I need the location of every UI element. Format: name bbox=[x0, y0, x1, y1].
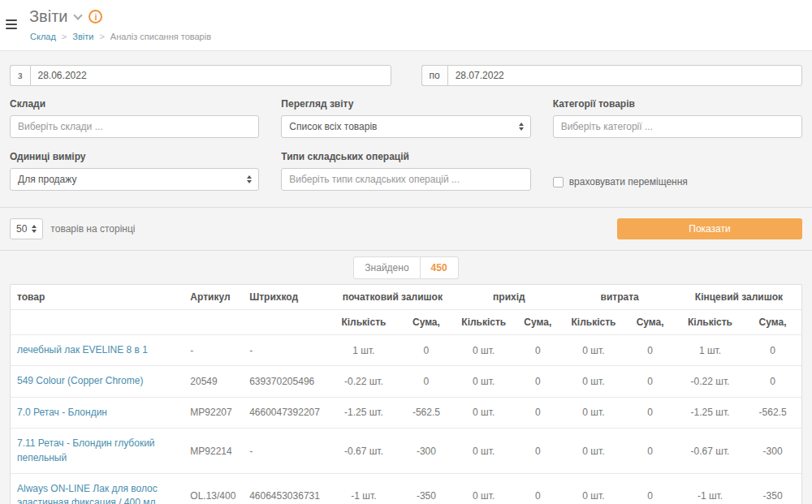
transfers-checkbox-field[interactable]: враховувати переміщення bbox=[553, 173, 802, 191]
product-link[interactable]: 7.11 Ретач - Блондин глубокий пепельный bbox=[11, 429, 184, 474]
cell-expense-sum: 0 bbox=[624, 335, 676, 366]
col-income-qty: Кількість bbox=[455, 310, 512, 335]
col-spacer bbox=[11, 310, 184, 335]
cell-expense-qty: 0 шт. bbox=[563, 335, 624, 366]
cell-initial-qty: -1 шт. bbox=[330, 473, 397, 504]
operation-types-label: Типи складських операцій bbox=[281, 151, 530, 162]
product-link[interactable]: 549 Colour (Copper Chrome) bbox=[11, 366, 184, 397]
cell-initial-qty: -0.67 шт. bbox=[330, 429, 397, 474]
report-view-label: Перегляд звіту bbox=[281, 98, 530, 110]
table-row: 549 Colour (Copper Chrome)20549639370205… bbox=[11, 366, 801, 397]
cell-barcode: 4606453036731 bbox=[243, 473, 330, 504]
chevron-down-icon[interactable] bbox=[74, 11, 83, 19]
per-page-label: товарів на сторінці bbox=[50, 223, 135, 235]
cell-income-qty: 0 шт. bbox=[455, 335, 512, 366]
categories-field: Категорії товарів bbox=[553, 98, 802, 138]
cell-final-qty: -0.67 шт. bbox=[676, 429, 744, 474]
cell-final-sum: -562.5 bbox=[744, 397, 801, 428]
cell-initial-sum: -562.5 bbox=[398, 397, 456, 428]
report-view-select[interactable]: Список всіх товарів bbox=[281, 115, 530, 138]
warehouses-field: Склади bbox=[10, 98, 259, 138]
cell-expense-sum: 0 bbox=[624, 366, 676, 397]
operation-types-field: Типи складських операцій bbox=[281, 151, 530, 191]
units-select[interactable]: Для продажу bbox=[10, 168, 259, 191]
cell-income-sum: 0 bbox=[512, 473, 563, 504]
breadcrumb: Склад > Звіти > Аналіз списання товарів bbox=[30, 32, 802, 41]
cell-expense-sum: 0 bbox=[624, 473, 676, 504]
table-row: Always ON-LINE Лак для волос эластичная … bbox=[11, 473, 801, 504]
units-field: Одиниці виміру Для продажу bbox=[10, 151, 259, 191]
transfers-checkbox-label: враховувати переміщення bbox=[569, 176, 688, 187]
col-group-expense: витрата bbox=[563, 285, 676, 310]
table-row: 7.11 Ретач - Блондин глубокий пепельныйM… bbox=[11, 429, 801, 474]
page-header: Звіти i Склад > Звіти > Аналіз списання … bbox=[0, 0, 812, 51]
col-final-qty: Кількість bbox=[676, 310, 744, 335]
found-count-badge[interactable]: 450 bbox=[421, 256, 459, 279]
show-button[interactable]: Показати bbox=[617, 218, 802, 239]
cell-initial-sum: -300 bbox=[398, 429, 456, 474]
col-product: товар bbox=[11, 285, 184, 310]
breadcrumb-separator: > bbox=[62, 32, 67, 41]
info-icon[interactable]: i bbox=[89, 10, 102, 24]
table-body: лечебный лак EVELINE 8 в 1--1 шт.00 шт.0… bbox=[11, 335, 801, 504]
cell-income-sum: 0 bbox=[512, 366, 563, 397]
transfers-checkbox[interactable] bbox=[553, 177, 564, 187]
col-group-initial: початковий залишок bbox=[330, 285, 455, 310]
report-table: товар Артикул Штрихкод початковий залишо… bbox=[10, 284, 802, 504]
cell-initial-qty: -1.25 шт. bbox=[330, 397, 397, 428]
col-expense-qty: Кількість bbox=[563, 310, 624, 335]
cell-initial-sum: -350 bbox=[398, 473, 456, 504]
col-initial-sum: Сума, bbox=[398, 310, 456, 335]
cell-income-sum: 0 bbox=[512, 429, 563, 474]
categories-input[interactable] bbox=[553, 115, 802, 138]
col-spacer bbox=[184, 310, 243, 335]
cell-sku: - bbox=[184, 335, 243, 366]
cell-income-qty: 0 шт. bbox=[455, 366, 512, 397]
tab-found[interactable]: Знайдено bbox=[353, 256, 420, 279]
cell-income-qty: 0 шт. bbox=[455, 473, 512, 504]
operation-types-input[interactable] bbox=[281, 168, 530, 191]
warehouses-input[interactable] bbox=[10, 115, 259, 138]
col-group-final: Кінцевий залишок bbox=[676, 285, 801, 310]
cell-income-sum: 0 bbox=[512, 397, 563, 428]
product-link[interactable]: лечебный лак EVELINE 8 в 1 bbox=[11, 335, 184, 366]
page-title: Звіти bbox=[29, 7, 67, 26]
per-page-select[interactable]: 50 bbox=[10, 218, 43, 239]
select-updown-icon bbox=[519, 123, 524, 131]
cell-income-qty: 0 шт. bbox=[455, 397, 512, 428]
date-to-label: по bbox=[421, 65, 447, 86]
menu-hamburger-icon[interactable] bbox=[6, 19, 17, 29]
table-row: 7.0 Ретач - БлондинMP922074660047392207-… bbox=[11, 397, 801, 428]
col-group-income: прихід bbox=[455, 285, 563, 310]
cell-final-sum: 0 bbox=[744, 335, 801, 366]
cell-initial-sum: 0 bbox=[398, 366, 456, 397]
report-view-field: Перегляд звіту Список всіх товарів bbox=[281, 98, 530, 138]
perpage-bar: 50 товарів на сторінці Показати bbox=[0, 207, 812, 251]
breadcrumb-separator: > bbox=[99, 32, 104, 41]
breadcrumb-current: Аналіз списання товарів bbox=[110, 32, 211, 41]
cell-initial-qty: 1 шт. bbox=[330, 335, 397, 366]
warehouses-label: Склади bbox=[10, 98, 259, 110]
date-from-input[interactable] bbox=[30, 65, 391, 86]
cell-final-sum: -300 bbox=[744, 429, 801, 474]
per-page-value: 50 bbox=[16, 223, 27, 235]
date-from-group: з bbox=[10, 65, 391, 86]
select-updown-icon bbox=[32, 225, 37, 233]
product-link[interactable]: 7.0 Ретач - Блондин bbox=[11, 397, 184, 428]
breadcrumb-link-warehouse[interactable]: Склад bbox=[30, 32, 56, 41]
col-sku: Артикул bbox=[184, 285, 243, 310]
cell-expense-sum: 0 bbox=[624, 397, 676, 428]
cell-income-qty: 0 шт. bbox=[455, 429, 512, 474]
breadcrumb-link-reports[interactable]: Звіти bbox=[72, 32, 93, 41]
cell-barcode: 639370205496 bbox=[243, 366, 330, 397]
date-to-input[interactable] bbox=[447, 65, 802, 86]
cell-initial-qty: -0.22 шт. bbox=[330, 366, 397, 397]
cell-expense-qty: 0 шт. bbox=[563, 397, 624, 428]
table-row: лечебный лак EVELINE 8 в 1--1 шт.00 шт.0… bbox=[11, 335, 801, 366]
filters-panel: з по Склади Перегляд звіту Список всіх т… bbox=[0, 51, 812, 191]
cell-income-sum: 0 bbox=[512, 335, 563, 366]
cell-final-sum: -350 bbox=[744, 473, 801, 504]
product-link[interactable]: Always ON-LINE Лак для волос эластичная … bbox=[11, 473, 184, 504]
table-header: товар Артикул Штрихкод початковий залишо… bbox=[11, 285, 801, 335]
results-tabs: Знайдено 450 bbox=[0, 251, 812, 284]
